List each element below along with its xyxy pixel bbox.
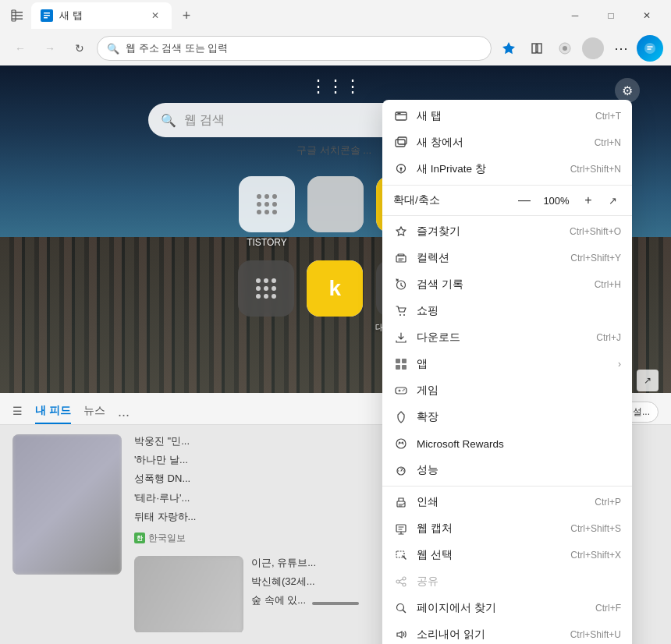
svg-rect-2: [12, 19, 23, 20]
bing-chat-button[interactable]: [637, 35, 663, 62]
tile4-icon: [238, 260, 294, 317]
menu-apps[interactable]: 앱 ›: [382, 351, 632, 377]
svg-rect-0: [12, 12, 23, 13]
apps-label: 앱: [417, 357, 610, 371]
zoom-minus-button[interactable]: —: [515, 191, 534, 210]
svg-rect-21: [396, 365, 400, 370]
search-icon: 🔍: [161, 113, 176, 128]
downloads-icon: [393, 330, 409, 345]
refresh-button[interactable]: ↻: [67, 36, 92, 61]
extensions-icon: [393, 409, 409, 425]
menu-inprivate[interactable]: 새 InPrivate 창 Ctrl+Shift+N: [382, 156, 632, 182]
print-label: 인쇄: [417, 495, 587, 509]
profile-button[interactable]: [580, 36, 605, 61]
new-window-label: 새 창에서: [417, 136, 587, 150]
menu-read-aloud[interactable]: 소리내어 읽기 Ctrl+Shift+U: [382, 621, 632, 644]
speed-dial-tistory[interactable]: TISTORY: [239, 176, 295, 248]
speed-dial-tile2[interactable]: [307, 176, 364, 248]
feed-tab-news[interactable]: 뉴스: [83, 399, 105, 424]
favorites-icon[interactable]: [496, 36, 521, 61]
minimize-button[interactable]: ─: [557, 0, 593, 31]
menu-performance[interactable]: 성능: [382, 457, 632, 483]
reading-view-icon[interactable]: [524, 36, 549, 61]
menu-history[interactable]: 검색 기록 Ctrl+H: [382, 271, 632, 298]
menu-favorites[interactable]: 즐겨찾기 Ctrl+Shift+O: [382, 218, 632, 245]
menu-web-capture[interactable]: 웹 캡처 Ctrl+Shift+S: [382, 515, 632, 542]
zoom-control: 확대/축소 — 100% + ↗: [382, 188, 632, 213]
svg-point-36: [403, 583, 406, 586]
read-aloud-label: 소리내어 읽기: [417, 628, 563, 642]
speed-dial-k2[interactable]: k: [307, 260, 363, 334]
tab-close-btn[interactable]: ✕: [148, 9, 162, 23]
menu-games[interactable]: 게임: [382, 377, 632, 404]
inprivate-label: 새 InPrivate 창: [417, 162, 563, 176]
svg-rect-6: [44, 15, 50, 16]
tile2-icon: [307, 176, 364, 232]
collections-label: 컬렉션: [417, 251, 563, 265]
close-button[interactable]: ✕: [629, 0, 665, 31]
inprivate-icon: [393, 161, 409, 177]
svg-rect-22: [402, 365, 407, 370]
feed-tab-more[interactable]: ...: [118, 404, 130, 420]
history-shortcut: Ctrl+H: [595, 279, 621, 290]
menu-divider-2: [382, 215, 632, 216]
menu-shopping[interactable]: 쇼핑: [382, 298, 632, 324]
menu-find[interactable]: 페이지에서 찾기 Ctrl+F: [382, 595, 632, 621]
nav-right-icons: ⋯: [496, 35, 663, 62]
news-thumbnail-1: [12, 434, 122, 575]
menu-web-select[interactable]: 웹 선택 Ctrl+Shift+X: [382, 542, 632, 568]
read-aloud-icon: [393, 627, 409, 642]
performance-label: 성능: [417, 463, 621, 477]
menu-ms-rewards[interactable]: Microsoft Rewards: [382, 430, 632, 457]
menu-collections[interactable]: 컬렉션 Ctrl+Shift+Y: [382, 245, 632, 271]
zoom-plus-button[interactable]: +: [579, 191, 598, 210]
forward-button[interactable]: →: [37, 36, 62, 61]
performance-icon: [393, 462, 409, 478]
svg-rect-5: [44, 12, 50, 14]
svg-point-9: [563, 46, 567, 51]
sidebar-toggle[interactable]: [6, 5, 28, 27]
apps-icon: [393, 356, 409, 372]
menu-extensions[interactable]: 확장: [382, 404, 632, 430]
new-tab-button[interactable]: +: [175, 4, 198, 27]
menu-downloads[interactable]: 다운로드 Ctrl+J: [382, 324, 632, 351]
extensions-label: 확장: [417, 410, 621, 424]
svg-rect-7: [44, 17, 48, 19]
tab-bar: 새 탭 ✕ + ─ □ ✕: [0, 0, 671, 31]
svg-point-18: [403, 314, 405, 316]
feed-tab-myfeed[interactable]: 내 피드: [35, 399, 71, 424]
browser-action-icon[interactable]: [552, 36, 577, 61]
svg-point-34: [403, 577, 406, 580]
shopping-label: 쇼핑: [417, 304, 621, 318]
apps-arrow: ›: [618, 359, 621, 370]
web-select-label: 웹 선택: [417, 548, 563, 562]
svg-rect-20: [402, 359, 407, 363]
zoom-expand-button[interactable]: ↗: [604, 192, 621, 209]
speed-dial-tile4[interactable]: [238, 260, 294, 334]
svg-rect-19: [396, 359, 400, 363]
collections-shortcut: Ctrl+Shift+Y: [570, 253, 621, 264]
zoom-label: 확대/축소: [393, 193, 509, 207]
svg-rect-11: [396, 140, 405, 147]
browser-chrome: 새 탭 ✕ + ─ □ ✕ ← → ↻ 🔍 웹 주소 검색 또는 입력: [0, 0, 671, 65]
favorites-shortcut: Ctrl+Shift+O: [570, 226, 621, 237]
menu-share: 공유: [382, 568, 632, 595]
menu-new-tab[interactable]: 새 탭 Ctrl+T: [382, 103, 632, 129]
menu-print[interactable]: 인쇄 Ctrl+P: [382, 489, 632, 515]
collections-icon: [393, 250, 409, 266]
settings-menu-button[interactable]: ⋯: [609, 36, 634, 61]
apps-grid-icon[interactable]: ⋮⋮⋮: [310, 76, 361, 97]
address-bar[interactable]: 🔍 웹 주소 검색 또는 입력: [97, 36, 492, 61]
ms-rewards-label: Microsoft Rewards: [417, 438, 621, 450]
find-icon: [393, 600, 409, 616]
active-tab[interactable]: 새 탭 ✕: [31, 2, 172, 29]
back-button[interactable]: ←: [8, 36, 33, 61]
svg-rect-32: [396, 525, 406, 532]
svg-point-24: [403, 390, 404, 391]
web-select-icon: [393, 547, 409, 563]
restore-button[interactable]: □: [593, 0, 629, 31]
new-tab-icon: [393, 108, 409, 124]
feed-tab-menu[interactable]: ☰: [12, 400, 23, 423]
menu-new-window[interactable]: 새 창에서 Ctrl+N: [382, 129, 632, 156]
web-capture-shortcut: Ctrl+Shift+S: [570, 523, 621, 534]
